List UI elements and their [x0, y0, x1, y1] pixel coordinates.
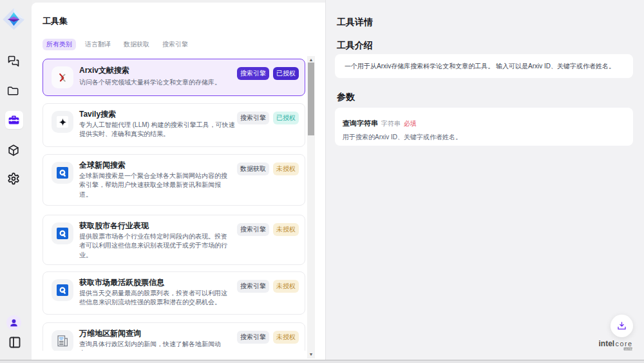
svg-text:ULTRA: ULTRA	[625, 348, 634, 351]
svg-text:intel: intel	[599, 339, 615, 348]
svg-text:core: core	[616, 340, 633, 348]
